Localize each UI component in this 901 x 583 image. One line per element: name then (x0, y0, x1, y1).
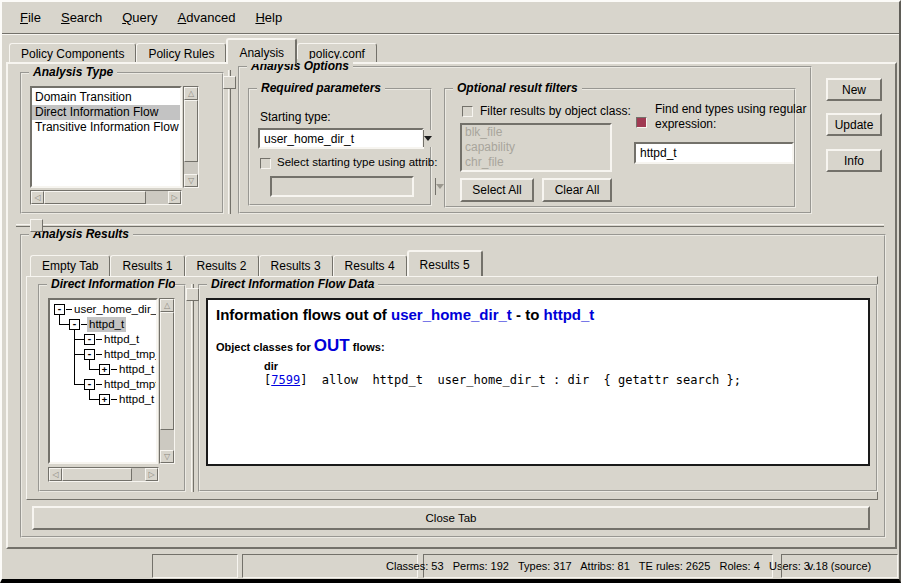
attrib-checkbox[interactable] (260, 158, 271, 169)
scroll-up-icon[interactable]: △ (160, 299, 174, 312)
optional-result-filters-title: Optional result filters (453, 81, 582, 95)
pane-sash-vertical[interactable] (228, 70, 231, 214)
scrollbar-thumb[interactable] (44, 191, 146, 204)
attrib-value (272, 178, 435, 195)
scroll-left-icon[interactable]: ◁ (49, 468, 62, 481)
object-class-name: dir (264, 360, 860, 372)
flow-target-type: httpd_t (544, 306, 595, 323)
flow-header: Information flows out of user_home_dir_t… (216, 306, 860, 323)
flow-tree-hscrollbar[interactable]: ◁ ▷ (48, 467, 159, 482)
tree-expander-plus-icon[interactable]: + (99, 364, 110, 375)
regex-input[interactable] (634, 142, 794, 164)
flow-subheader: Object classes for OUT flows: (216, 336, 860, 356)
required-parameters-group: Required parameters Starting type: Selec… (248, 88, 432, 206)
pane-sash-horizontal[interactable] (16, 224, 884, 227)
tree-connector (89, 399, 99, 400)
scrollbar-trough (132, 468, 145, 481)
analysis-type-group: Analysis Type Domain TransitionDirect In… (20, 72, 224, 214)
flow-tree[interactable]: -user_home_dir_t-httpd_t-httpd_t-httpd_t… (48, 298, 158, 464)
results-tab-results-2[interactable]: Results 2 (185, 255, 259, 276)
starting-type-value[interactable] (260, 130, 423, 147)
scroll-left-icon[interactable]: ◁ (31, 191, 44, 204)
scrollbar-thumb[interactable] (62, 468, 132, 481)
flow-tree-vscrollbar[interactable]: △ ▽ (159, 298, 175, 464)
results-pane-sash[interactable] (191, 284, 194, 492)
analysis-results-group: Analysis Results Empty TabResults 1Resul… (20, 234, 886, 538)
flow-data-group: Direct Information Flow Data Information… (198, 284, 878, 492)
tree-node-label[interactable]: httpd_tmpfs_t (102, 377, 158, 392)
analysis-type-item[interactable]: Direct Information Flow (32, 105, 180, 120)
te-rule-line: [7599] allow httpd_t user_home_dir_t : d… (264, 373, 860, 387)
starting-type-combobox[interactable] (258, 128, 424, 149)
dropdown-button-disabled (435, 178, 444, 195)
flow-source-type: user_home_dir_t (391, 306, 512, 323)
close-tab-button[interactable]: Close Tab (32, 506, 870, 530)
attrib-combobox (270, 176, 414, 197)
tree-expander-minus-icon[interactable]: - (84, 379, 95, 390)
object-class-item: blk_file (462, 125, 610, 140)
tree-node-label[interactable]: httpd_tmp_t (102, 347, 158, 362)
flow-data-textarea[interactable]: Information flows out of user_home_dir_t… (206, 298, 870, 466)
tree-expander-minus-icon[interactable]: - (84, 349, 95, 360)
scrollbar-thumb[interactable] (160, 312, 174, 430)
starting-type-label: Starting type: (260, 110, 331, 124)
tab-policy-rules[interactable]: Policy Rules (136, 43, 226, 64)
flow-tree-group: Direct Information Flow T -user_home_dir… (38, 284, 186, 492)
tree-node-label[interactable]: httpd_t (102, 332, 141, 347)
tree-connector (89, 369, 99, 370)
status-panel-empty-1 (152, 554, 238, 578)
tree-node-label[interactable]: httpd_t (117, 362, 156, 377)
menu-advanced[interactable]: Advanced (168, 8, 246, 27)
results-tab-results-4[interactable]: Results 4 (333, 255, 407, 276)
tree-node-label[interactable]: user_home_dir_t (72, 302, 158, 317)
tree-expander-minus-icon[interactable]: - (54, 304, 65, 315)
attrib-checkbox-label: Select starting type using attrib: (277, 156, 437, 168)
tree-expander-plus-icon[interactable]: + (99, 394, 110, 405)
tree-expander-minus-icon[interactable]: - (84, 334, 95, 345)
scroll-down-icon[interactable]: ▽ (160, 450, 174, 463)
scroll-right-icon[interactable]: ▷ (168, 191, 181, 204)
tree-connector (74, 339, 84, 340)
tree-node-label[interactable]: httpd_t (87, 317, 126, 332)
new-button[interactable]: New (826, 78, 882, 101)
analysis-options-group: Analysis Options Required parameters Sta… (238, 66, 812, 214)
results-tab-results-1[interactable]: Results 1 (110, 255, 184, 276)
scrollbar-thumb[interactable] (184, 100, 198, 162)
analysis-type-vscrollbar[interactable]: △ ▽ (183, 86, 199, 188)
analysis-type-listbox[interactable]: Domain TransitionDirect Information Flow… (30, 86, 182, 188)
menu-file[interactable]: File (10, 8, 51, 27)
menu-query[interactable]: Query (112, 8, 167, 27)
sash-handle[interactable] (223, 76, 236, 89)
regex-checkbox[interactable] (636, 117, 647, 128)
select-all-button[interactable]: Select All (460, 178, 534, 202)
tab-policy-components[interactable]: Policy Components (9, 43, 136, 64)
sash-handle[interactable] (186, 288, 199, 301)
clear-all-button[interactable]: Clear All (542, 178, 612, 202)
tree-node-label[interactable]: httpd_t (117, 392, 156, 407)
menu-separator (2, 33, 899, 35)
scroll-right-icon[interactable]: ▷ (145, 468, 158, 481)
analysis-type-hscrollbar[interactable]: ◁ ▷ (30, 190, 182, 205)
results-tab-results-5[interactable]: Results 5 (407, 250, 483, 276)
analysis-type-item[interactable]: Transitive Information Flow (32, 120, 180, 135)
menu-search[interactable]: Search (51, 8, 112, 27)
sash-handle[interactable] (30, 219, 43, 232)
regex-checkbox-label: Find end types using regularexpression: (655, 102, 806, 132)
results-tab-empty-tab[interactable]: Empty Tab (30, 255, 110, 276)
menu-help[interactable]: Help (245, 8, 292, 27)
tree-expander-minus-icon[interactable]: - (69, 319, 80, 330)
tab-analysis[interactable]: Analysis (226, 38, 297, 64)
update-button[interactable]: Update (826, 113, 882, 136)
analysis-type-item[interactable]: Domain Transition (32, 90, 180, 105)
info-button[interactable]: Info (826, 149, 882, 172)
object-class-filter-checkbox[interactable] (462, 106, 473, 117)
results-tab-results-3[interactable]: Results 3 (259, 255, 333, 276)
scroll-up-icon[interactable]: △ (184, 87, 198, 100)
tree-connector (74, 384, 84, 385)
flow-direction: OUT (314, 336, 350, 355)
dropdown-button[interactable] (423, 130, 432, 147)
scroll-down-icon[interactable]: ▽ (184, 174, 198, 187)
object-class-listbox: blk_filecapabilitychr_file (460, 123, 612, 172)
rule-number-link[interactable]: 7599 (271, 373, 300, 387)
status-policy-stats: Classes: 53 Perms: 192 Types: 317 Attrib… (423, 554, 773, 578)
